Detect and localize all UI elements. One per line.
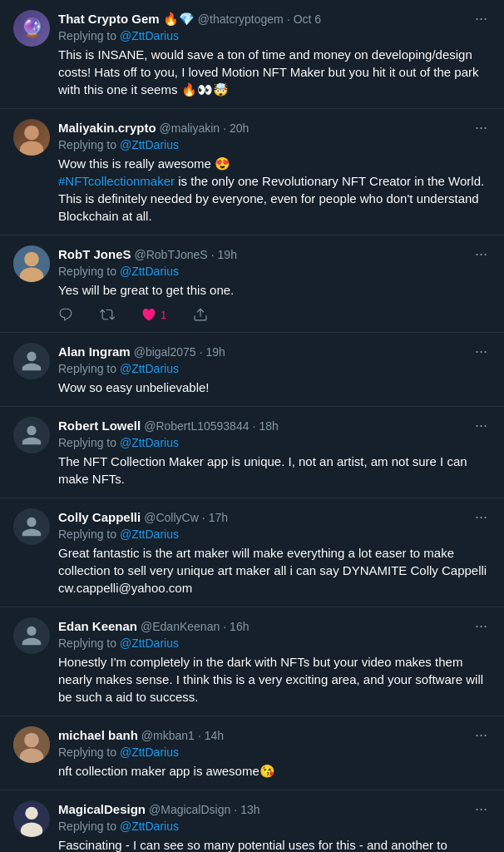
- username: @maliyakin: [160, 121, 220, 135]
- tweet-body: Colly Cappelli @CollyCw · 17h ··· Replyi…: [58, 508, 491, 597]
- replying-to: Replying to @ZttDarius: [58, 528, 491, 541]
- replying-to: Replying to @ZttDarius: [58, 265, 491, 278]
- more-button[interactable]: ···: [472, 508, 491, 526]
- tweet-time: 14h: [205, 729, 224, 742]
- tweet-item: 🔮 That Crypto Gem 🔥💎 @thatcryptogem · Oc…: [0, 0, 504, 109]
- tweet-header: Alan Ingram @bigal2075 · 19h ···: [58, 343, 491, 360]
- display-name: michael banh: [58, 728, 138, 742]
- reply-target[interactable]: @ZttDarius: [120, 820, 179, 833]
- tweet-header: Edan Keenan @EdanKeenan · 16h ···: [58, 617, 491, 635]
- tweet-item: michael banh @mkban1 · 14h ··· Replying …: [0, 716, 504, 790]
- tweet-item: Robert Lowell @RobertL10593844 · 18h ···…: [0, 407, 504, 498]
- tweet-item: RobT JoneS @RobTJoneS · 19h ··· Replying…: [0, 235, 504, 333]
- tweet-text: Honestly I'm completely in the dark with…: [58, 653, 491, 706]
- display-name: That Crypto Gem 🔥💎: [58, 12, 195, 27]
- more-button[interactable]: ···: [472, 10, 491, 27]
- reply-target[interactable]: @ZttDarius: [120, 29, 179, 42]
- display-name: RobT JoneS: [58, 247, 131, 261]
- reply-target[interactable]: @ZttDarius: [120, 637, 179, 650]
- tweet-text: Wow this is really awesome 😍#NFTcollecti…: [58, 155, 491, 225]
- tweet-meta: Alan Ingram @bigal2075 · 19h: [58, 344, 225, 359]
- tweet-item: MagicalDesign @MagicalDsign · 13h ··· Re…: [0, 790, 504, 852]
- tweets-container: 🔮 That Crypto Gem 🔥💎 @thatcryptogem · Oc…: [0, 0, 504, 852]
- display-name: Edan Keenan: [58, 619, 137, 633]
- reply-target[interactable]: @ZttDarius: [120, 265, 179, 278]
- tweet-text: Great fantastic is the art maker will ma…: [58, 544, 491, 597]
- tweet-body: Robert Lowell @RobertL10593844 · 18h ···…: [58, 417, 491, 488]
- tweet-header: MagicalDesign @MagicalDsign · 13h ···: [58, 800, 491, 818]
- tweet-body: Edan Keenan @EdanKeenan · 16h ··· Replyi…: [58, 617, 491, 706]
- tweet-text: The NFT Collection Maker app is unique. …: [58, 453, 491, 488]
- share-button[interactable]: [193, 307, 208, 322]
- dot-separator: ·: [223, 620, 226, 633]
- more-button[interactable]: ···: [472, 245, 491, 263]
- tweet-meta: Maliyakin.crypto @maliyakin · 20h: [58, 121, 249, 135]
- more-button[interactable]: ···: [472, 726, 491, 744]
- username: @thatcryptogem: [198, 12, 284, 26]
- dot-separator: ·: [252, 419, 255, 433]
- more-button[interactable]: ···: [472, 617, 491, 635]
- reply-target[interactable]: @ZttDarius: [120, 746, 179, 759]
- svg-point-6: [24, 733, 39, 748]
- tweet-meta: MagicalDesign @MagicalDsign · 13h: [58, 802, 260, 816]
- username: @EdanKeenan: [141, 620, 220, 633]
- tweet-header: Colly Cappelli @CollyCw · 17h ···: [58, 508, 491, 526]
- tweet-body: That Crypto Gem 🔥💎 @thatcryptogem · Oct …: [58, 10, 491, 98]
- like-button[interactable]: 1: [141, 307, 166, 322]
- reply-button[interactable]: [58, 307, 73, 322]
- replying-to: Replying to @ZttDarius: [58, 436, 491, 449]
- username: @mkban1: [141, 729, 195, 742]
- tweet-header: Robert Lowell @RobertL10593844 · 18h ···: [58, 417, 491, 434]
- tweet-meta: RobT JoneS @RobTJoneS · 19h: [58, 247, 237, 261]
- username: @bigal2075: [134, 345, 196, 359]
- tweet-time: Oct 6: [294, 12, 321, 26]
- replying-to: Replying to @ZttDarius: [58, 746, 491, 759]
- svg-point-9: [25, 807, 37, 820]
- tweet-time: 19h: [218, 248, 237, 261]
- reply-target[interactable]: @ZttDarius: [120, 436, 179, 449]
- dot-separator: ·: [202, 511, 205, 524]
- tweet-body: Alan Ingram @bigal2075 · 19h ··· Replyin…: [58, 343, 491, 396]
- dot-separator: ·: [198, 729, 201, 742]
- dot-separator: ·: [211, 248, 215, 261]
- tweet-actions: 1: [58, 307, 491, 322]
- tweet-header: Maliyakin.crypto @maliyakin · 20h ···: [58, 119, 491, 136]
- dot-separator: ·: [287, 12, 290, 26]
- tweet-text: Wow so easy unbelievable!: [58, 379, 491, 396]
- tweet-body: RobT JoneS @RobTJoneS · 19h ··· Replying…: [58, 245, 491, 322]
- more-button[interactable]: ···: [472, 343, 491, 360]
- reply-target[interactable]: @ZttDarius: [120, 362, 179, 375]
- replying-to: Replying to @ZttDarius: [58, 820, 491, 833]
- tweet-time: 18h: [259, 419, 278, 433]
- display-name: MagicalDesign: [58, 802, 146, 816]
- svg-point-3: [24, 252, 39, 267]
- tweet-meta: That Crypto Gem 🔥💎 @thatcryptogem · Oct …: [58, 12, 321, 27]
- username: @CollyCw: [144, 511, 199, 524]
- tweet-text: This is INSANE, would save a ton of time…: [58, 46, 491, 98]
- username: @MagicalDsign: [149, 803, 230, 816]
- tweet-time: 17h: [209, 511, 228, 524]
- tweet-text: Fascinating - I can see so many potentia…: [58, 836, 491, 852]
- tweet-header: That Crypto Gem 🔥💎 @thatcryptogem · Oct …: [58, 10, 491, 27]
- display-name: Maliyakin.crypto: [58, 121, 156, 135]
- replying-to: Replying to @ZttDarius: [58, 29, 491, 42]
- tweet-text: nft collection maker app is awesome😘: [58, 762, 491, 780]
- dot-separator: ·: [234, 803, 237, 816]
- more-button[interactable]: ···: [472, 800, 491, 818]
- more-button[interactable]: ···: [472, 119, 491, 136]
- tweet-item: Edan Keenan @EdanKeenan · 16h ··· Replyi…: [0, 607, 504, 716]
- username: @RobTJoneS: [135, 248, 208, 261]
- tweet-header: RobT JoneS @RobTJoneS · 19h ···: [58, 245, 491, 263]
- retweet-button[interactable]: [100, 307, 115, 322]
- tweet-item: Colly Cappelli @CollyCw · 17h ··· Replyi…: [0, 498, 504, 607]
- reply-target[interactable]: @ZttDarius: [120, 138, 179, 151]
- reply-target[interactable]: @ZttDarius: [120, 528, 179, 541]
- tweet-time: 13h: [240, 803, 259, 816]
- more-button[interactable]: ···: [472, 417, 491, 434]
- tweet-time: 20h: [230, 121, 249, 135]
- tweet-time: 16h: [230, 620, 249, 633]
- tweet-text: Yes will be great to get this one.: [58, 281, 491, 299]
- tweet-body: MagicalDesign @MagicalDsign · 13h ··· Re…: [58, 800, 491, 852]
- replying-to: Replying to @ZttDarius: [58, 362, 491, 375]
- replying-to: Replying to @ZttDarius: [58, 138, 491, 151]
